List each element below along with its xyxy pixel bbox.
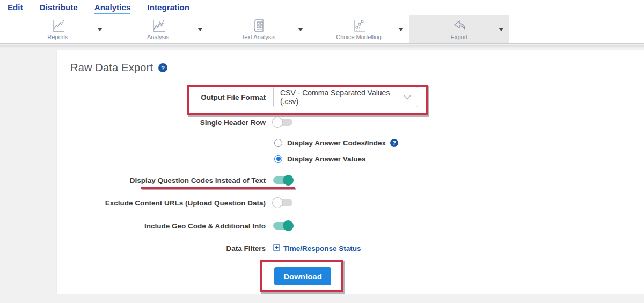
output-file-format-select[interactable]: CSV - Comma Separated Values (.csv): [273, 87, 418, 107]
text-analysis-news-icon: [251, 19, 266, 33]
top-navigation: Edit Distribute Analytics Integration: [0, 0, 644, 15]
analysis-line-chart-icon: [151, 19, 165, 33]
plus-square-icon: [273, 243, 280, 253]
tab-export[interactable]: Export: [409, 15, 509, 43]
choice-modelling-scatter-icon: [352, 19, 366, 33]
display-answer-codes-label: Display Answer Codes/Index: [287, 139, 386, 147]
page-help-icon[interactable]: ?: [158, 63, 167, 72]
download-button[interactable]: Download: [274, 267, 331, 285]
tab-text-analysis[interactable]: Text Analysis: [208, 15, 309, 43]
question-codes-toggle[interactable]: [273, 176, 292, 184]
output-file-format-label: Output File Format: [57, 93, 266, 101]
chevron-down-icon: [404, 93, 411, 101]
exclude-content-urls-label: Exclude Content URLs (Upload Question Da…: [57, 199, 266, 207]
tool-label: Export: [451, 34, 468, 40]
display-answer-values-label: Display Answer Values: [287, 155, 366, 163]
tool-label: Analysis: [147, 34, 169, 40]
tool-label: Text Analysis: [241, 34, 276, 40]
time-response-status-text: Time/Response Status: [283, 245, 361, 253]
page-title: Raw Data Export: [70, 62, 153, 74]
text-analysis-dropdown-caret[interactable]: [298, 28, 303, 31]
single-header-row-label: Single Header Row: [57, 119, 266, 127]
tab-choice-modelling[interactable]: Choice Modelling: [309, 15, 409, 43]
footer-dashed-divider: [57, 262, 644, 262]
report-line-chart-icon: [50, 19, 65, 33]
toggle-knob: [272, 197, 283, 208]
tab-analysis[interactable]: Analysis: [108, 15, 208, 43]
data-filters-label: Data Filters: [57, 245, 266, 253]
reports-dropdown-caret[interactable]: [97, 28, 103, 31]
exclude-content-urls-toggle[interactable]: [273, 199, 292, 206]
time-response-status-link[interactable]: Time/Response Status: [273, 243, 361, 253]
nav-item-integration[interactable]: Integration: [147, 3, 189, 13]
toggle-knob: [272, 117, 283, 128]
export-reply-arrow-icon: [452, 19, 467, 33]
display-answer-codes-radio[interactable]: [274, 139, 282, 147]
geo-code-label: Include Geo Code & Additional Info: [57, 222, 266, 230]
output-file-format-value: CSV - Comma Separated Values (.csv): [280, 88, 404, 106]
export-dropdown-caret[interactable]: [499, 28, 504, 31]
tool-label: Reports: [47, 34, 68, 40]
analysis-dropdown-caret[interactable]: [197, 28, 203, 31]
annotation-underline-question-codes: [141, 187, 295, 189]
nav-item-analytics[interactable]: Analytics: [94, 3, 131, 14]
answer-codes-help-icon[interactable]: ?: [390, 139, 398, 147]
title-divider: [57, 85, 644, 85]
toggle-knob: [283, 220, 294, 231]
choice-modelling-dropdown-caret[interactable]: [398, 28, 404, 31]
geo-code-toggle[interactable]: [273, 222, 292, 230]
toolbar-shadow: [0, 45, 644, 48]
nav-item-edit[interactable]: Edit: [8, 3, 23, 13]
tab-reports[interactable]: Reports: [8, 15, 108, 43]
nav-item-distribute[interactable]: Distribute: [40, 3, 78, 13]
raw-data-export-panel: Raw Data Export ? Output File Format CSV…: [56, 50, 644, 294]
display-answer-values-radio[interactable]: [274, 155, 282, 163]
single-header-row-toggle[interactable]: [273, 119, 292, 126]
analytics-toolbar: Reports Analysis Text Analysis: [0, 15, 644, 44]
question-codes-label: Display Question Codes instead of Text: [57, 176, 266, 184]
tool-label: Choice Modelling: [336, 34, 381, 40]
toggle-knob: [283, 175, 294, 186]
